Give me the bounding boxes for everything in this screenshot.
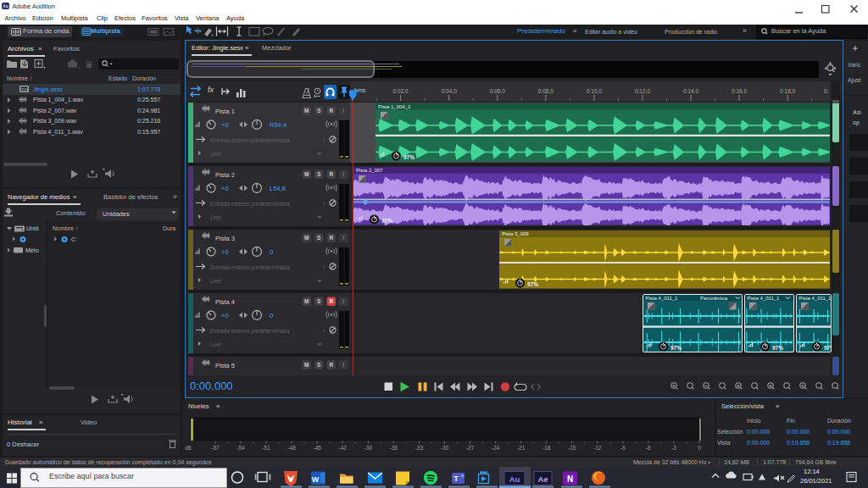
svg-text:Pista 5: Pista 5 — [215, 362, 235, 369]
svg-text:-45: -45 — [313, 445, 321, 451]
svg-text:dB: dB — [185, 445, 192, 451]
svg-text:0:06,0: 0:06,0 — [490, 88, 505, 94]
svg-text:Pista 4: Pista 4 — [215, 298, 235, 306]
svg-text:+0: +0 — [221, 121, 229, 129]
svg-text:I: I — [342, 362, 344, 368]
svg-text:-33: -33 — [415, 445, 424, 451]
svg-text:›: › — [323, 327, 326, 335]
svg-text:Entrada estéreo predeterminada: Entrada estéreo predeterminada — [210, 137, 290, 144]
svg-text:-27: -27 — [466, 445, 475, 451]
svg-text:Leer: Leer — [210, 151, 222, 157]
svg-text:-12: -12 — [593, 445, 602, 451]
svg-text:Entrada estéreo predeterminada: Entrada estéreo predeterminada — [210, 328, 290, 335]
svg-text:Pista 2: Pista 2 — [215, 171, 235, 179]
svg-text:Au: Au — [509, 474, 520, 484]
svg-text:I: I — [342, 298, 344, 304]
svg-text:-51: -51 — [262, 445, 270, 451]
svg-text:S: S — [317, 298, 321, 304]
svg-text:M: M — [304, 362, 309, 368]
svg-text:›: › — [323, 200, 326, 208]
svg-text:Pista 3: Pista 3 — [215, 235, 235, 242]
svg-text:›: › — [323, 263, 326, 271]
svg-text:0:: 0: — [824, 88, 829, 94]
svg-text:L54,8: L54,8 — [270, 185, 286, 192]
svg-text:-57: -57 — [211, 445, 220, 451]
svg-text:0:16,0: 0:16,0 — [732, 88, 747, 94]
svg-text:+0: +0 — [221, 185, 229, 192]
svg-text:T: T — [453, 474, 459, 483]
svg-text:+0: +0 — [221, 312, 229, 319]
svg-text:0: 0 — [698, 445, 701, 451]
svg-text:Leer: Leer — [210, 214, 222, 220]
svg-text:I: I — [342, 235, 344, 241]
svg-text:M: M — [304, 298, 309, 304]
svg-text:R: R — [329, 298, 333, 304]
svg-text:Entrada estéreo predeterminada: Entrada estéreo predeterminada — [210, 264, 290, 271]
svg-text:W: W — [312, 475, 320, 484]
svg-text:I: I — [342, 108, 344, 114]
svg-text:-18: -18 — [542, 445, 551, 451]
svg-text:S: S — [317, 362, 321, 368]
svg-text:M: M — [304, 235, 309, 241]
svg-text:Ae: Ae — [537, 474, 548, 484]
svg-text:0:02,0: 0:02,0 — [393, 88, 409, 94]
svg-text:0:04,0: 0:04,0 — [442, 88, 457, 94]
svg-text:M: M — [304, 171, 309, 177]
svg-text:Pista 1: Pista 1 — [215, 108, 235, 115]
svg-text:S: S — [317, 235, 321, 241]
svg-text:-3: -3 — [671, 445, 676, 451]
svg-text:-54: -54 — [236, 445, 245, 451]
svg-text:-21: -21 — [517, 445, 526, 451]
svg-text:-24: -24 — [492, 445, 500, 451]
svg-text:0:18,0: 0:18,0 — [780, 88, 795, 94]
svg-text:0: 0 — [270, 248, 273, 256]
svg-text:-30: -30 — [441, 445, 449, 451]
svg-text:0:12,0: 0:12,0 — [635, 88, 650, 94]
svg-text:0:08,0: 0:08,0 — [538, 88, 554, 94]
svg-text:S: S — [317, 108, 321, 114]
svg-text:R: R — [329, 108, 333, 114]
svg-text:Entrada estéreo predeterminada: Entrada estéreo predeterminada — [210, 201, 290, 208]
svg-text:›: › — [323, 136, 326, 144]
svg-text:R54,4: R54,4 — [270, 121, 287, 129]
svg-text:Leer: Leer — [210, 278, 222, 284]
svg-text:N: N — [567, 474, 573, 484]
svg-text:-39: -39 — [364, 445, 373, 451]
svg-text:I: I — [342, 171, 344, 177]
svg-text:-6: -6 — [646, 445, 651, 451]
svg-text:-36: -36 — [390, 445, 398, 451]
svg-text:Leer: Leer — [210, 341, 222, 347]
svg-text:S: S — [317, 171, 321, 177]
svg-text:R: R — [329, 235, 333, 241]
svg-text:0: 0 — [270, 312, 273, 319]
svg-text:R: R — [329, 362, 333, 368]
svg-text:-15: -15 — [568, 445, 576, 451]
svg-text:-42: -42 — [339, 445, 348, 451]
svg-text:-9: -9 — [620, 445, 626, 451]
svg-text:0:10,0: 0:10,0 — [587, 88, 602, 94]
svg-text:+0: +0 — [221, 248, 229, 256]
svg-text:-48: -48 — [287, 445, 296, 451]
svg-text:M: M — [304, 108, 309, 114]
svg-text:0:14,0: 0:14,0 — [683, 88, 698, 94]
svg-text:R: R — [329, 171, 333, 177]
